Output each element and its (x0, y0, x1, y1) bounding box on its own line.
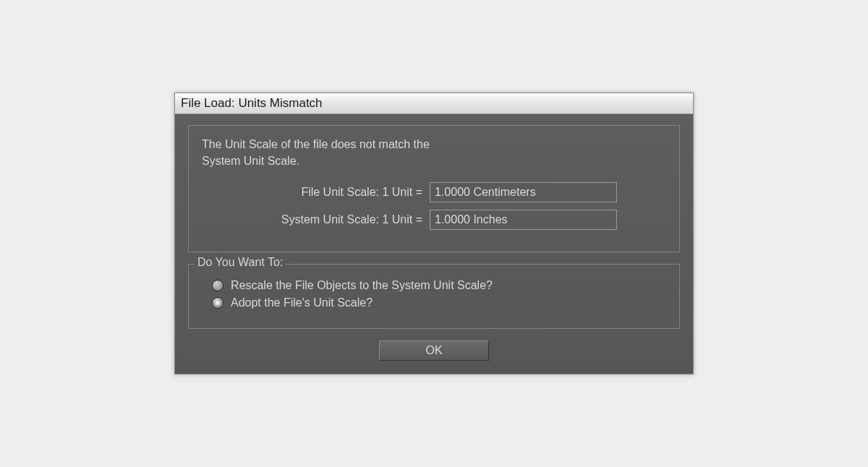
dialog-title: File Load: Units Mismatch (181, 96, 323, 110)
system-unit-value: 1.0000 Inches (430, 210, 617, 230)
titlebar: File Load: Units Mismatch (175, 93, 693, 114)
ok-button-label: OK (425, 344, 442, 357)
options-legend: Do You Want To: (195, 256, 286, 269)
description-line2: System Unit Scale. (202, 155, 299, 167)
dialog-content: The Unit Scale of the file does not matc… (175, 114, 693, 374)
units-mismatch-dialog: File Load: Units Mismatch The Unit Scale… (174, 93, 694, 374)
file-unit-label: File Unit Scale: 1 Unit = (202, 186, 430, 199)
file-unit-row: File Unit Scale: 1 Unit = 1.0000 Centime… (202, 182, 668, 202)
radio-adopt[interactable]: Adopt the File's Unit Scale? (212, 296, 668, 309)
ok-button[interactable]: OK (379, 340, 489, 361)
system-unit-label: System Unit Scale: 1 Unit = (202, 213, 430, 226)
info-fieldset: The Unit Scale of the file does not matc… (188, 125, 680, 252)
system-unit-row: System Unit Scale: 1 Unit = 1.0000 Inche… (202, 210, 668, 230)
radio-rescale-label: Rescale the File Objects to the System U… (231, 279, 493, 292)
mismatch-description: The Unit Scale of the file does not matc… (202, 136, 668, 169)
radio-adopt-label: Adopt the File's Unit Scale? (231, 296, 373, 309)
description-line1: The Unit Scale of the file does not matc… (202, 138, 430, 150)
radio-rescale[interactable]: Rescale the File Objects to the System U… (212, 279, 668, 292)
radio-icon (212, 297, 224, 309)
file-unit-value: 1.0000 Centimeters (430, 182, 617, 202)
radio-icon (212, 280, 224, 291)
button-row: OK (188, 340, 680, 361)
options-fieldset: Do You Want To: Rescale the File Objects… (188, 264, 680, 329)
